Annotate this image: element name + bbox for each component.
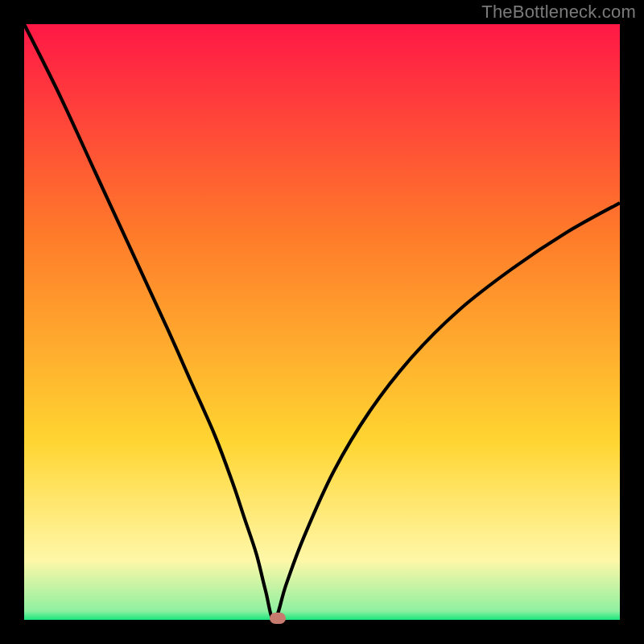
watermark-text: TheBottleneck.com [481,2,636,23]
chart-container: TheBottleneck.com [0,0,644,644]
bottleneck-plot [24,24,620,620]
gradient-background [24,24,620,620]
optimal-point-marker [270,613,286,624]
